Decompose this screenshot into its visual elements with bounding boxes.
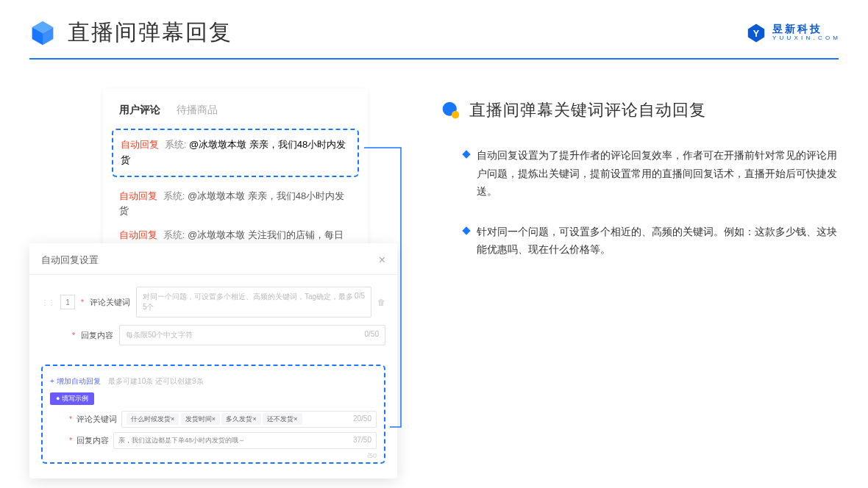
bullet-1: 自动回复设置为了提升作者的评论回复效率，作者可在开播前针对常见的评论用户问题，提… <box>441 146 839 201</box>
brand-hex-icon: Y <box>746 23 766 43</box>
bullet-text: 针对同一个问题，可设置多个相近的、高频的关键词。例如：这款多少钱、这块能优惠吗、… <box>477 223 839 259</box>
brand-logo: Y 昱新科技 Y U U X I N . C O M <box>746 23 839 43</box>
brand-subtitle: Y U U X I N . C O M <box>772 35 839 42</box>
outer-counter: /50 <box>367 452 377 459</box>
trash-icon[interactable]: 🗑 <box>377 298 385 306</box>
example-content-input[interactable]: 亲，我们这边都是下单48小时内发货的哦～ 37/50 <box>113 432 377 449</box>
brand-name: 昱新科技 <box>772 24 839 35</box>
example-content-row: * 回复内容 亲，我们这边都是下单48小时内发货的哦～ 37/50 <box>50 432 377 449</box>
required-dot: * <box>81 298 84 306</box>
tab-pending-products[interactable]: 待播商品 <box>177 104 218 117</box>
modal-title: 自动回复设置 <box>41 254 99 267</box>
modal-header: 自动回复设置 × <box>29 254 397 275</box>
section-header: 直播间弹幕关键词评论自动回复 <box>441 99 839 121</box>
keyword-label: 评论关键词 <box>90 297 130 308</box>
content-row: * 回复内容 每条限50个中文字符 0/50 <box>41 325 385 345</box>
page-header: 直播间弹幕回复 Y 昱新科技 Y U U X I N . C O M <box>0 0 868 48</box>
example-keyword-input[interactable]: 什么时候发货× 发货时间× 多久发货× 还不发货× 20/50 <box>121 411 377 428</box>
close-icon[interactable]: × <box>379 254 385 267</box>
drag-handle-icon[interactable]: ⋮⋮ <box>41 298 54 306</box>
comment-line-2: 自动回复 系统: @冰墩墩本墩 亲亲，我们48小时内发货 <box>103 184 368 224</box>
diamond-icon <box>462 150 470 158</box>
auto-reply-settings-modal: 自动回复设置 × ⋮⋮ 1 * 评论关键词 对同一个问题，可设置多个相近、高频的… <box>29 243 397 478</box>
tab-user-comments[interactable]: 用户评论 <box>119 104 160 117</box>
tag-chip[interactable]: 还不发货× <box>263 413 302 425</box>
svg-text:Y: Y <box>753 28 760 38</box>
screenshot-column: 用户评论 待播商品 自动回复 系统: @冰墩墩本墩 亲亲，我们48小时内发货 自… <box>29 89 397 442</box>
example-keyword-row: * 评论关键词 什么时候发货× 发货时间× 多久发货× 还不发货× 20/50 <box>50 411 377 428</box>
comment-tabs: 用户评论 待播商品 <box>103 104 368 117</box>
keyword-row: ⋮⋮ 1 * 评论关键词 对同一个问题，可设置多个相近、高频的关键词，Tag确定… <box>41 287 385 317</box>
tag-chip[interactable]: 多久发货× <box>221 413 260 425</box>
content-label: 回复内容 <box>81 330 113 341</box>
bullet-2: 针对同一个问题，可设置多个相近的、高频的关键词。例如：这款多少钱、这块能优惠吗、… <box>441 223 839 259</box>
section-title: 直播间弹幕关键词评论自动回复 <box>469 99 706 121</box>
add-auto-reply-link[interactable]: + 增加自动回复 <box>50 377 101 385</box>
example-badge: ● 填写示例 <box>50 392 94 405</box>
content: 用户评论 待播商品 自动回复 系统: @冰墩墩本墩 亲亲，我们48小时内发货 自… <box>0 60 868 442</box>
highlighted-comment: 自动回复 系统: @冰墩墩本墩 亲亲，我们48小时内发货 <box>112 129 359 177</box>
index-box: 1 <box>60 295 75 309</box>
diamond-icon <box>462 226 470 234</box>
example-box: + 增加自动回复 最多可建10条 还可以创建9条 ● 填写示例 * 评论关键词 … <box>41 365 385 464</box>
description-column: 直播间弹幕关键词评论自动回复 自动回复设置为了提升作者的评论回复效率，作者可在开… <box>441 89 839 442</box>
content-input[interactable]: 每条限50个中文字符 0/50 <box>119 325 385 345</box>
bullet-text: 自动回复设置为了提升作者的评论回复效率，作者可在开播前针对常见的评论用户问题，提… <box>477 146 839 201</box>
tag-container: 什么时候发货× 发货时间× 多久发货× 还不发货× <box>127 415 302 424</box>
brand-text: 昱新科技 Y U U X I N . C O M <box>772 24 839 41</box>
tag-chip[interactable]: 什么时候发货× <box>127 413 179 425</box>
header-left: 直播间弹幕回复 <box>29 18 232 48</box>
tag-chip[interactable]: 发货时间× <box>181 413 220 425</box>
chat-bubble-icon <box>441 101 460 120</box>
keyword-input[interactable]: 对同一个问题，可设置多个相近、高频的关键词，Tag确定，最多5个 0/5 <box>136 287 371 317</box>
svg-point-6 <box>452 111 459 118</box>
add-auto-reply-row: + 增加自动回复 最多可建10条 还可以创建9条 <box>50 373 377 387</box>
modal-body: ⋮⋮ 1 * 评论关键词 对同一个问题，可设置多个相近、高频的关键词，Tag确定… <box>29 275 397 359</box>
system-label: 系统: <box>165 139 187 150</box>
cube-icon <box>29 20 56 46</box>
page-title: 直播间弹幕回复 <box>68 18 232 48</box>
add-hint: 最多可建10条 还可以创建9条 <box>108 377 203 385</box>
auto-reply-tag: 自动回复 <box>121 139 159 150</box>
